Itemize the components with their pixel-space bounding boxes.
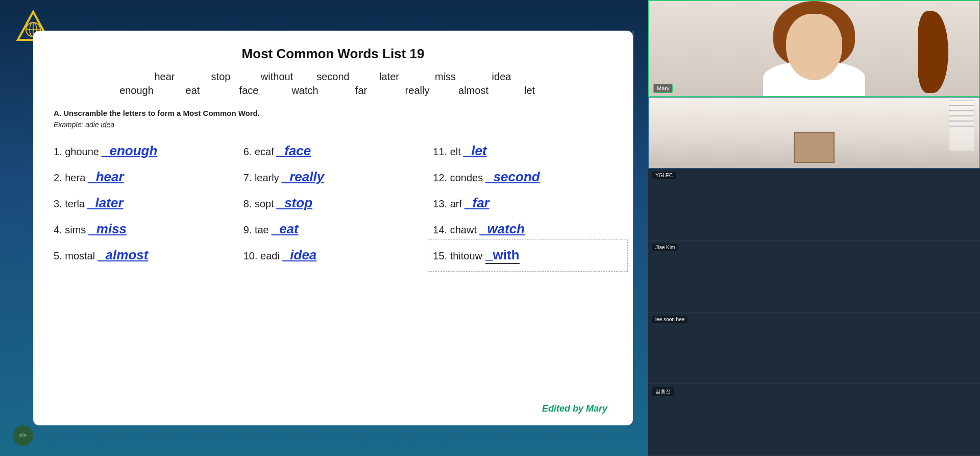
participant-label-mary: Mary: [653, 84, 673, 93]
participant-label-kimhungjin: 김흥진: [652, 387, 674, 396]
exercise-col-2: 6. ecaf _face 7. learly _really 8. sopt …: [243, 138, 423, 269]
word-hear: hear: [147, 71, 183, 83]
edit-icon[interactable]: ✏: [13, 425, 33, 446]
participant-label-leesoonhee: lee soon hee: [652, 316, 688, 323]
content-card: Most Common Words List 19 hear stop with…: [33, 31, 633, 425]
word-idea: idea: [484, 71, 520, 83]
exercise-col-1: 1. ghoune _enough 2. hera _hear 3. terla…: [54, 138, 233, 269]
word-almost: almost: [456, 85, 492, 97]
exercise-item-9: 9. tae _eat: [243, 216, 423, 242]
word-without: without: [259, 71, 295, 83]
card-title: Most Common Words List 19: [54, 46, 612, 62]
exercise-item-2: 2. hera _hear: [54, 164, 233, 190]
exercise-item-12: 12. condes _second: [433, 164, 612, 190]
word-enough: enough: [119, 85, 155, 97]
sidebar-section-jiae: Jiae Kim: [648, 241, 980, 313]
exercise-grid: 1. ghoune _enough 2. hera _hear 3. terla…: [54, 138, 612, 269]
exercise-item-8: 8. sopt _stop: [243, 190, 423, 216]
word-far: far: [344, 85, 379, 97]
right-sidebar: Mary YGLEC Jiae Kim lee soo: [648, 0, 980, 456]
main-presentation-area: ✏ Most Common Words List 19 hear stop wi…: [0, 0, 648, 456]
exercise-col-3: 11. elt _let 12. condes _second 13. arf …: [433, 138, 612, 269]
exercise-item-6: 6. ecaf _face: [243, 138, 423, 164]
word-stop: stop: [203, 71, 239, 83]
exercise-item-3: 3. terla _later: [54, 190, 233, 216]
example-text: Example: adie idea: [54, 121, 612, 129]
edited-by-label: Edited by Mary: [542, 403, 607, 414]
exercise-item-15: 15. thitouw _with: [433, 242, 612, 269]
exercise-item-11: 11. elt _let: [433, 138, 612, 164]
participant-label-yglec: YGLEC: [652, 172, 676, 179]
word-second: second: [315, 71, 351, 83]
video-tile-2: [648, 97, 980, 169]
sidebar-section-yglec: YGLEC: [648, 169, 980, 241]
word-later: later: [372, 71, 407, 83]
word-row-1: hear stop without second later miss idea: [147, 71, 520, 83]
example-label: Example: adie: [54, 121, 101, 129]
pencil-icon: ✏: [19, 430, 27, 441]
exercise-item-10: 10. eadi _idea: [243, 242, 423, 268]
exercise-item-5: 5. mostal _almost: [54, 242, 233, 268]
word-let: let: [512, 85, 548, 97]
instructions-text: A. Unscramble the letters to form a Most…: [54, 109, 612, 117]
word-list: hear stop without second later miss idea…: [54, 71, 612, 99]
sidebar-sections: YGLEC Jiae Kim lee soon hee 김흥진: [648, 169, 980, 456]
participant-label-jiae: Jiae Kim: [652, 244, 678, 251]
word-miss: miss: [428, 71, 463, 83]
exercise-item-4: 4. sims _miss: [54, 216, 233, 242]
word-really: really: [400, 85, 435, 97]
sidebar-section-leesoonhee: lee soon hee: [648, 313, 980, 385]
word-row-2: enough eat face watch far really almost …: [119, 85, 548, 97]
exercise-item-7: 7. learly _really: [243, 164, 423, 190]
exercise-item-13: 13. arf _far: [433, 190, 612, 216]
word-face: face: [231, 85, 267, 97]
word-watch: watch: [287, 85, 323, 97]
exercise-item-1: 1. ghoune _enough: [54, 138, 233, 164]
video-tile-mary: Mary: [648, 0, 980, 97]
sidebar-section-kimhungjin: 김흥진: [648, 384, 980, 456]
example-answer: idea: [101, 121, 114, 129]
exercise-item-14: 14. chawt _watch: [433, 216, 612, 242]
word-eat: eat: [175, 85, 211, 97]
